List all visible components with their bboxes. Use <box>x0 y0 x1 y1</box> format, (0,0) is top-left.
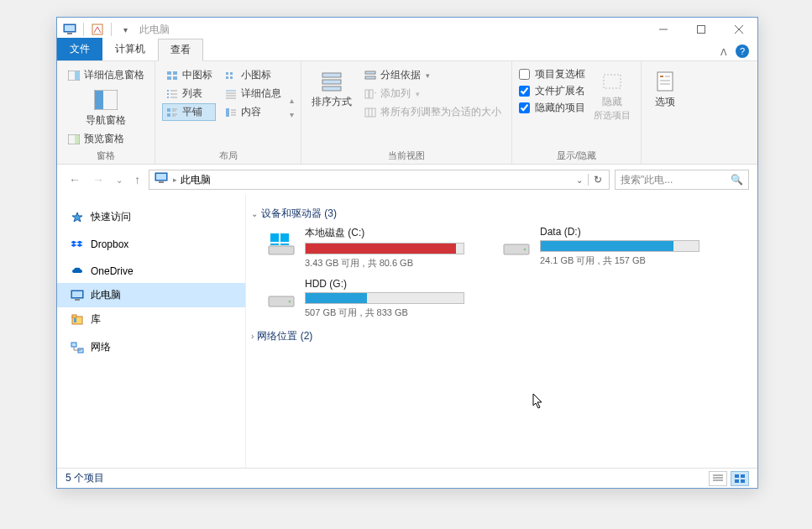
hidden-items-toggle[interactable]: 隐藏的项目 <box>519 100 585 116</box>
svg-rect-3 <box>92 24 102 34</box>
svg-rect-19 <box>167 93 169 95</box>
drive-icon <box>501 226 532 256</box>
drive-usage-bar <box>305 292 464 304</box>
svg-rect-11 <box>95 91 103 109</box>
sidebar-item-onedrive[interactable]: OneDrive <box>57 259 245 283</box>
svg-rect-55 <box>660 76 663 77</box>
forward-button[interactable]: → <box>89 171 107 188</box>
svg-rect-20 <box>167 97 169 98</box>
sort-icon <box>318 68 345 95</box>
breadcrumb[interactable]: 此电脑 <box>177 173 214 187</box>
tab-view[interactable]: 查看 <box>158 39 203 61</box>
navigation-pane: 快速访问DropboxOneDrive此电脑库网络 <box>57 195 246 468</box>
layout-scroll-down[interactable]: ▾ <box>290 110 294 119</box>
network-group-header[interactable]: › 网络位置 (2) <box>251 326 752 348</box>
svg-rect-66 <box>72 315 76 317</box>
layout-tiles[interactable]: 平铺 <box>162 103 216 121</box>
help-icon[interactable]: ? <box>736 45 749 58</box>
sidebar-item-libraries[interactable]: 库 <box>57 307 245 332</box>
maximize-button[interactable] <box>682 18 720 41</box>
layout-small-icons[interactable]: 小图标 <box>221 66 285 84</box>
sidebar-item-pc[interactable]: 此电脑 <box>57 283 245 307</box>
drive-space-text: 3.43 GB 可用 , 共 80.6 GB <box>305 257 476 270</box>
layout-list[interactable]: 列表 <box>162 85 216 102</box>
titlebar: ▾ 此电脑 <box>57 18 757 41</box>
svg-rect-31 <box>230 72 233 75</box>
svg-rect-63 <box>72 291 82 297</box>
add-columns-button[interactable]: +添加列▾ <box>360 85 505 102</box>
devices-group-header[interactable]: ⌄ 设备和驱动器 (3) <box>251 203 752 226</box>
layout-scroll-up[interactable]: ▴ <box>290 96 294 105</box>
drive-space-text: 24.1 GB 可用 , 共 157 GB <box>540 254 711 267</box>
svg-rect-13 <box>75 135 79 144</box>
svg-rect-67 <box>74 318 76 322</box>
search-icon: 🔍 <box>731 174 743 186</box>
svg-rect-47 <box>365 90 369 98</box>
ribbon-group-layout: 中图标 列表 平铺 小图标 详细信息 内容 ▴ ▾ 布局 <box>155 61 301 164</box>
dropbox-icon <box>71 238 84 251</box>
sidebar-item-label: 库 <box>91 312 101 327</box>
close-button[interactable] <box>720 18 757 41</box>
details-view-button[interactable] <box>709 471 727 486</box>
group-by-button[interactable]: 分组依据▾ <box>360 66 505 84</box>
sidebar-item-dropbox[interactable]: Dropbox <box>57 233 245 256</box>
refresh-button[interactable]: ↻ <box>588 174 607 186</box>
quick-access-toolbar: ▾ <box>62 22 133 37</box>
svg-rect-14 <box>167 71 171 75</box>
preview-pane-button[interactable]: 预览窗格 <box>64 130 148 148</box>
back-button[interactable]: ← <box>65 171 84 188</box>
status-bar: 5 个项目 <box>57 468 757 488</box>
svg-rect-77 <box>280 244 289 245</box>
size-columns-icon <box>364 106 377 119</box>
drive-item[interactable]: HDD (G:) 507 GB 可用 , 共 833 GB <box>266 278 476 319</box>
nav-pane-button[interactable]: 导航窗格 <box>64 85 148 129</box>
sidebar-item-star[interactable]: 快速访问 <box>57 205 245 229</box>
pc-icon <box>62 22 77 37</box>
sidebar-item-label: OneDrive <box>91 265 134 277</box>
svg-text:+: + <box>375 89 376 97</box>
svg-rect-42 <box>322 73 341 77</box>
drive-item[interactable]: Data (D:) 24.1 GB 可用 , 共 157 GB <box>501 226 711 270</box>
drive-item[interactable]: 本地磁盘 (C:) 3.43 GB 可用 , 共 80.6 GB <box>266 226 476 270</box>
ribbon-group-show-hide: 项目复选框 文件扩展名 隐藏的项目 隐藏 所选项目 显示/隐藏 <box>512 61 642 164</box>
hide-selected-button[interactable]: 隐藏 所选项目 <box>590 66 634 148</box>
file-extensions-toggle[interactable]: 文件扩展名 <box>519 83 585 99</box>
svg-rect-68 <box>71 343 76 347</box>
up-button[interactable]: ↑ <box>131 171 144 188</box>
svg-rect-74 <box>270 233 279 242</box>
properties-icon[interactable] <box>90 22 105 37</box>
drive-name: Data (D:) <box>540 226 711 238</box>
svg-rect-73 <box>269 246 294 254</box>
sidebar-item-network[interactable]: 网络 <box>57 335 245 359</box>
qat-dropdown-icon[interactable]: ▾ <box>118 22 133 37</box>
onedrive-icon <box>71 264 84 278</box>
collapse-ribbon-button[interactable]: ᐱ <box>714 45 734 60</box>
tab-computer[interactable]: 计算机 <box>102 38 158 60</box>
sort-by-button[interactable]: 排序方式 <box>308 66 355 148</box>
svg-rect-38 <box>226 108 229 117</box>
details-pane-button[interactable]: 详细信息窗格 <box>64 66 148 84</box>
svg-rect-54 <box>657 72 673 91</box>
group-by-icon <box>364 69 377 82</box>
item-checkboxes-toggle[interactable]: 项目复选框 <box>519 66 585 82</box>
recent-locations-button[interactable]: ⌄ <box>113 174 126 186</box>
size-columns-button[interactable]: 将所有列调整为合适的大小 <box>360 103 505 121</box>
layout-medium-icons[interactable]: 中图标 <box>162 66 216 84</box>
svg-rect-48 <box>369 90 373 98</box>
options-button[interactable]: 选项 <box>648 66 682 150</box>
tiles-view-button[interactable] <box>731 471 749 486</box>
ribbon: 详细信息窗格 导航窗格 预览窗格 窗格 中图标 <box>57 61 757 165</box>
address-dropdown-icon[interactable]: ⌄ <box>571 175 588 185</box>
sidebar-item-label: 快速访问 <box>91 210 131 224</box>
tab-file[interactable]: 文件 <box>57 38 102 60</box>
svg-rect-25 <box>167 113 170 117</box>
small-icons-icon <box>224 69 238 82</box>
list-icon <box>165 87 179 101</box>
layout-content[interactable]: 内容 <box>221 103 285 121</box>
search-input[interactable]: 搜索"此电... 🔍 <box>615 170 749 190</box>
svg-rect-86 <box>741 474 745 478</box>
network-icon <box>71 341 84 354</box>
layout-details[interactable]: 详细信息 <box>221 85 285 102</box>
address-bar[interactable]: ▸ 此电脑 ⌄ ↻ <box>149 170 610 190</box>
minimize-button[interactable] <box>644 18 682 41</box>
